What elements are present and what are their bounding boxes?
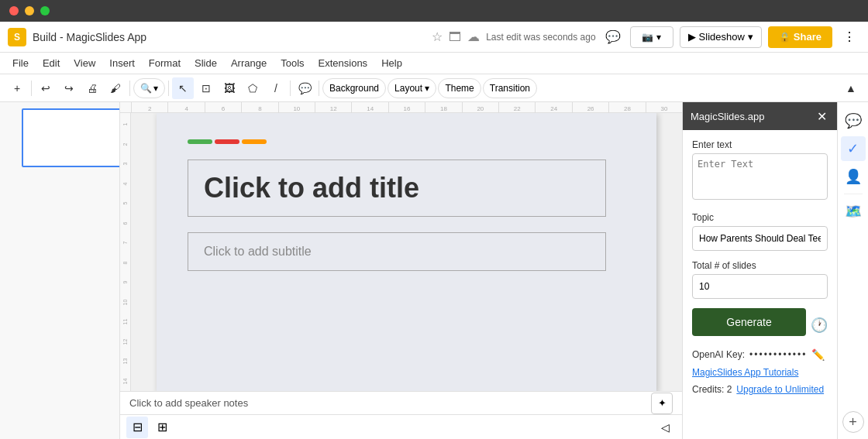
ruler-left-mark: 1: [122, 115, 128, 135]
transition-button[interactable]: Transition: [483, 78, 537, 98]
menu-tools[interactable]: Tools: [274, 56, 310, 70]
ruler-mark: 24: [535, 102, 571, 113]
ruler-left-mark: 9: [122, 273, 128, 293]
toolbar-sep2: [129, 81, 130, 96]
notes-placeholder[interactable]: Click to add speaker notes: [129, 397, 248, 409]
filmstrip-button[interactable]: ⊞: [151, 417, 173, 438]
strip-chat-button[interactable]: 💬: [841, 108, 866, 133]
menu-insert[interactable]: Insert: [103, 56, 141, 70]
undo-button[interactable]: ↩: [35, 77, 57, 99]
toolbar-sep4: [290, 81, 291, 96]
menu-slide[interactable]: Slide: [188, 56, 223, 70]
ruler-mark: 10: [278, 102, 315, 113]
menu-button[interactable]: ⋮: [839, 26, 860, 48]
zoom-button[interactable]: 🔍 ▾: [133, 78, 165, 98]
star-icon[interactable]: ☆: [432, 29, 443, 44]
slide-thumbnail[interactable]: [22, 108, 120, 167]
ruler-left-mark: 3: [122, 154, 128, 174]
slideshow-button[interactable]: ▶ Slideshow ▾: [680, 26, 762, 48]
lock-icon: 🔒: [779, 32, 790, 43]
slide-canvas[interactable]: Click to add title Click to add subtitle: [131, 113, 682, 391]
slide-inner: Click to add title Click to add subtitle: [188, 139, 649, 385]
toolbar-sep5: [319, 81, 319, 96]
textbox-button[interactable]: ⊡: [195, 77, 217, 99]
ruler-left-mark: 12: [122, 332, 128, 352]
background-button[interactable]: Background: [322, 78, 386, 98]
menu-arrange[interactable]: Arrange: [225, 56, 273, 70]
topic-label: Topic: [692, 212, 828, 223]
notes-bar: Click to add speaker notes ✦: [120, 391, 682, 414]
credits-row: Credits: 2 Upgrade to Unlimited: [692, 384, 828, 395]
strip-check-button[interactable]: ✓: [841, 136, 866, 161]
toolbar-sep1: [31, 81, 32, 96]
history-button[interactable]: 🕐: [811, 317, 828, 334]
upgrade-link[interactable]: Upgrade to Unlimited: [736, 384, 824, 395]
sidebar-close-button[interactable]: ✕: [814, 108, 829, 124]
topic-input[interactable]: [692, 226, 828, 251]
paint-format-button[interactable]: 🖌: [105, 77, 126, 99]
last-edit: Last edit was seconds ago: [486, 32, 595, 43]
maximize-button[interactable]: [40, 6, 50, 15]
cloud-icon[interactable]: ☁: [467, 29, 480, 44]
collapse-panel-button[interactable]: ◁: [654, 417, 676, 438]
camera-button[interactable]: 📷 ▾: [630, 26, 673, 48]
ruler-mark: 30: [646, 102, 682, 113]
camera-icon: 📷: [642, 32, 653, 43]
share-button[interactable]: 🔒 Share: [768, 26, 832, 48]
slide-content[interactable]: Click to add title Click to add subtitle: [157, 113, 656, 391]
edit-key-button[interactable]: ✏️: [811, 348, 825, 361]
menu-file[interactable]: File: [6, 56, 35, 70]
app-header: S Build - MagicSlides App ☆ 🗖 ☁ Last edi…: [0, 22, 868, 53]
add-button[interactable]: +: [6, 77, 28, 99]
cursor-button[interactable]: ↖: [172, 77, 194, 99]
minimize-button[interactable]: [25, 6, 34, 15]
slides-count-label: Total # of slides: [692, 260, 828, 271]
ruler-mark: 2: [131, 102, 167, 113]
color-segment-green: [188, 139, 212, 144]
notes-add-button[interactable]: ✦: [651, 393, 673, 414]
main-area: 1 2 4 6 8 10 12 14 16 18 20 22 24 26 28 …: [0, 102, 868, 439]
image-button[interactable]: 🖼: [219, 77, 240, 99]
subtitle-placeholder[interactable]: Click to add subtitle: [188, 232, 606, 271]
menu-extensions[interactable]: Extensions: [312, 56, 374, 70]
ruler-mark: 26: [572, 102, 608, 113]
strip-add-button[interactable]: +: [842, 411, 864, 433]
sidebar-header: MagicSlides.app ✕: [683, 102, 837, 130]
strip-map-button[interactable]: 🗺️: [841, 199, 866, 224]
shapes-button[interactable]: ⬠: [242, 77, 264, 99]
close-button[interactable]: [9, 6, 19, 15]
line-button[interactable]: /: [265, 77, 287, 99]
layout-button[interactable]: Layout ▾: [388, 78, 436, 98]
ruler-left-mark: 8: [122, 253, 128, 273]
ruler-mark: 12: [315, 102, 351, 113]
title-placeholder[interactable]: Click to add title: [188, 159, 606, 217]
strip-separator: [844, 194, 863, 194]
strip-user-button[interactable]: 👤: [841, 164, 866, 189]
theme-button[interactable]: Theme: [438, 78, 480, 98]
redo-button[interactable]: ↪: [58, 77, 80, 99]
grid-view-button[interactable]: ⊟: [126, 417, 148, 438]
tutorials-link[interactable]: MagicSlides App Tutorials: [692, 367, 828, 378]
menu-bar: File Edit View Insert Format Slide Arran…: [0, 53, 868, 74]
ruler-left-mark: 7: [122, 233, 128, 253]
drive-icon[interactable]: 🗖: [449, 30, 461, 44]
bottom-tabs: ⊟ ⊞ ◁: [120, 414, 682, 439]
comment-button[interactable]: 💬: [294, 77, 315, 99]
ruler-mark: 6: [205, 102, 241, 113]
ruler-left-mark: 2: [122, 135, 128, 155]
zoom-icon: 🔍: [140, 83, 152, 94]
menu-help[interactable]: Help: [375, 56, 408, 70]
print-button[interactable]: 🖨: [81, 77, 103, 99]
menu-format[interactable]: Format: [143, 56, 187, 70]
ruler-left: 1 2 3 4 5 6 7 8 9 10 11 12 13 14: [120, 113, 131, 391]
ruler-left-mark: 6: [122, 214, 128, 234]
enter-text-textarea[interactable]: [692, 153, 828, 200]
ruler-left-mark: 13: [122, 352, 128, 372]
menu-edit[interactable]: Edit: [36, 56, 66, 70]
generate-button[interactable]: Generate: [692, 308, 806, 336]
comments-icon[interactable]: 💬: [602, 26, 624, 48]
slides-count-input[interactable]: [692, 274, 828, 299]
menu-view[interactable]: View: [67, 56, 102, 70]
canvas-area: 2 4 6 8 10 12 14 16 18 20 22 24 26 28 30…: [120, 102, 682, 439]
collapse-toolbar-button[interactable]: ▲: [840, 77, 862, 99]
